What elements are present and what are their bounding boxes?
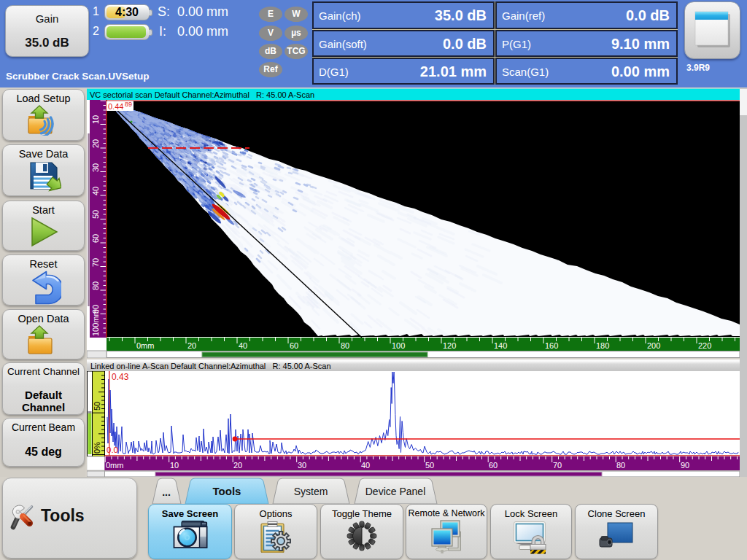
svg-text:60: 60 (91, 234, 100, 243)
svg-text:20: 20 (233, 461, 242, 470)
svg-text:100: 100 (392, 341, 405, 350)
svg-text:10: 10 (91, 115, 100, 124)
svg-text:40: 40 (91, 187, 100, 195)
svg-text:220: 220 (698, 341, 711, 350)
svg-text:0.0: 0.0 (107, 446, 118, 454)
svg-text:180: 180 (596, 341, 609, 350)
svg-text:Device Panel: Device Panel (365, 486, 426, 497)
svg-text:Tools: Tools (213, 485, 241, 497)
svg-text:0%: 0% (93, 442, 101, 454)
svg-text:...: ... (162, 486, 171, 498)
svg-text:200: 200 (647, 341, 660, 350)
svg-text:60: 60 (489, 461, 498, 470)
svg-text:60: 60 (290, 341, 298, 350)
svg-text:20: 20 (187, 341, 196, 350)
svg-text:160: 160 (545, 341, 558, 350)
svg-text:140: 140 (494, 341, 507, 350)
svg-text:70: 70 (91, 258, 100, 267)
svg-text:0.44: 0.44 (108, 102, 123, 111)
svg-text:0mm: 0mm (136, 341, 154, 350)
svg-text:90: 90 (681, 461, 689, 470)
svg-text:80: 80 (341, 341, 349, 350)
svg-text:0.43: 0.43 (112, 372, 129, 382)
svg-text:50: 50 (93, 402, 101, 411)
svg-text:40: 40 (361, 461, 370, 470)
svg-text:System: System (294, 486, 328, 497)
svg-text:30: 30 (91, 163, 100, 172)
svg-text:30: 30 (298, 461, 306, 470)
svg-text:40: 40 (239, 341, 247, 350)
svg-text:100mm: 100mm (91, 309, 100, 336)
svg-text:50: 50 (425, 461, 434, 470)
svg-text:0mm: 0mm (106, 461, 123, 470)
svg-text:120: 120 (443, 341, 456, 350)
svg-text:70: 70 (553, 461, 562, 470)
svg-text:10: 10 (170, 461, 179, 470)
svg-text:80: 80 (91, 281, 100, 290)
svg-text:50: 50 (91, 210, 100, 219)
svg-text:89: 89 (125, 101, 132, 108)
svg-text:80: 80 (616, 461, 625, 470)
svg-text:20: 20 (91, 139, 100, 148)
